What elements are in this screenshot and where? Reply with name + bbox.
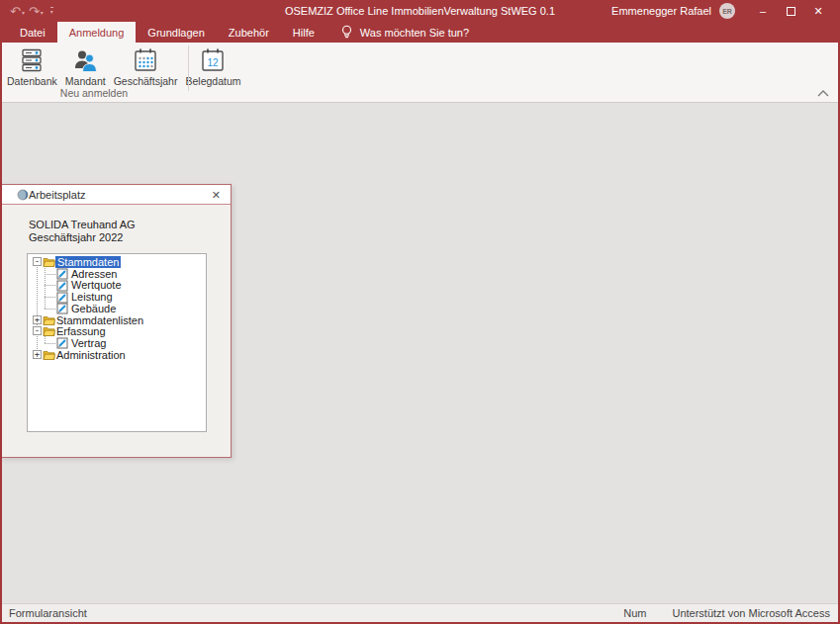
tree-item-label[interactable]: Erfassung xyxy=(56,325,106,337)
form-pencil-icon xyxy=(56,292,68,304)
user-name: Emmenegger Rafael xyxy=(611,5,711,17)
view-mode-label: Formularansicht xyxy=(9,604,87,622)
fiscal-year-label: Geschäftsjahr 2022 xyxy=(29,231,123,244)
folder-icon xyxy=(43,256,55,268)
collapse-toggle[interactable]: - xyxy=(33,326,42,335)
ribbon-tab-row: Datei Anmeldung Grundlagen Zubehör Hilfe… xyxy=(0,22,840,43)
app-window: ↶ ▾ ↷ ▾ ▾ OSEMZIZ Office Line Immobilien… xyxy=(0,0,840,624)
tell-me-box[interactable]: Was möchten Sie tun? xyxy=(330,22,479,43)
collapse-toggle[interactable]: - xyxy=(33,257,42,266)
maximize-button[interactable] xyxy=(777,0,804,22)
tree-item-label[interactable]: Stammdatenlisten xyxy=(56,314,143,326)
tree-item-stammdaten[interactable]: - Stammdaten xyxy=(28,256,206,268)
button-label: Geschäftsjahr xyxy=(114,75,178,87)
tree-item-adressen[interactable]: Adressen xyxy=(28,268,206,280)
people-icon xyxy=(72,47,98,73)
tree-item-label[interactable]: Adressen xyxy=(71,268,117,280)
ribbon-group-separator xyxy=(188,45,189,91)
maximize-icon xyxy=(787,7,795,16)
chevron-up-icon xyxy=(816,89,830,98)
tree-item-stammdatenlisten[interactable]: + Stammdatenlisten xyxy=(28,314,206,326)
datenbank-button[interactable]: Datenbank xyxy=(3,45,61,87)
button-label: Belegdatum xyxy=(185,75,240,87)
ribbon-group-label: Neu anmelden xyxy=(0,87,188,99)
dialog-close-button[interactable]: ✕ xyxy=(212,185,221,205)
status-bar: Formularansicht Num Unterstützt von Micr… xyxy=(2,603,838,622)
expand-toggle[interactable]: + xyxy=(33,350,42,359)
form-pencil-icon xyxy=(56,280,68,292)
dialog-title: Arbeitsplatz xyxy=(29,185,85,205)
lightbulb-icon xyxy=(340,25,353,40)
collapse-ribbon-button[interactable] xyxy=(814,87,832,99)
avatar[interactable]: ER xyxy=(719,3,735,19)
calendar-date-icon: 12 xyxy=(200,47,226,73)
tree-item-erfassung[interactable]: - Erfassung xyxy=(28,325,206,337)
tree-item-vertrag[interactable]: Vertrag xyxy=(28,337,206,349)
company-name: SOLIDA Treuhand AG xyxy=(29,219,136,231)
button-label: Mandant xyxy=(65,75,106,87)
close-button[interactable]: ✕ xyxy=(804,0,832,22)
close-icon: ✕ xyxy=(212,189,221,201)
titlebar: ↶ ▾ ↷ ▾ ▾ OSEMZIZ Office Line Immobilien… xyxy=(0,0,840,22)
form-window-icon xyxy=(17,189,29,201)
button-label: Datenbank xyxy=(7,75,57,87)
minimize-button[interactable]: – xyxy=(749,0,777,22)
ribbon-group-neu-anmelden: Datenbank Mandant xyxy=(3,45,245,87)
tree-item-gebaeude[interactable]: Gebäude xyxy=(28,303,206,314)
tell-me-label: Was möchten Sie tun? xyxy=(360,27,469,39)
powered-by-label: Unterstützt von Microsoft Access xyxy=(672,604,830,622)
tree-item-label[interactable]: Administration xyxy=(56,349,126,361)
window-border xyxy=(0,0,2,624)
database-server-icon xyxy=(19,47,45,73)
form-pencil-icon xyxy=(56,303,68,314)
num-lock-indicator: Num xyxy=(623,604,646,622)
calendar-grid-icon xyxy=(133,47,158,73)
svg-text:12: 12 xyxy=(208,57,220,68)
tab-grundlagen[interactable]: Grundlagen xyxy=(136,22,217,43)
tree-item-label[interactable]: Gebäude xyxy=(71,303,116,314)
tree-item-label[interactable]: Stammdaten xyxy=(55,256,121,268)
folder-icon xyxy=(43,349,55,361)
belegdatum-button[interactable]: 12 Belegdatum xyxy=(181,45,244,87)
tree-item-leistung[interactable]: Leistung xyxy=(28,291,206,303)
folder-icon xyxy=(43,314,55,326)
geschaeftsjahr-button[interactable]: Geschäftsjahr xyxy=(110,45,182,87)
navigation-tree: - Stammdaten Ad xyxy=(27,253,207,432)
folder-icon xyxy=(43,325,55,337)
minimize-icon: – xyxy=(760,5,766,17)
close-icon: ✕ xyxy=(813,5,822,18)
ribbon: Datenbank Mandant xyxy=(0,43,840,103)
mandant-button[interactable]: Mandant xyxy=(61,45,110,87)
tab-hilfe[interactable]: Hilfe xyxy=(281,22,327,43)
tab-anmeldung[interactable]: Anmeldung xyxy=(57,22,137,43)
tree-item-wertquote[interactable]: Wertquote xyxy=(28,279,206,291)
arbeitsplatz-dialog: Arbeitsplatz ✕ SOLIDA Treuhand AG Geschä… xyxy=(0,184,232,458)
main-canvas: Arbeitsplatz ✕ SOLIDA Treuhand AG Geschä… xyxy=(0,103,840,604)
form-pencil-icon xyxy=(56,337,68,349)
tree-item-label[interactable]: Vertrag xyxy=(71,337,106,349)
form-pencil-icon xyxy=(56,268,68,280)
tree-item-administration[interactable]: + Administration xyxy=(28,349,206,361)
tab-zubehoer[interactable]: Zubehör xyxy=(217,22,281,43)
tree-item-label[interactable]: Leistung xyxy=(71,291,113,303)
expand-toggle[interactable]: + xyxy=(33,315,42,324)
tree-item-label[interactable]: Wertquote xyxy=(71,279,122,291)
tab-datei[interactable]: Datei xyxy=(8,22,57,43)
dialog-titlebar[interactable]: Arbeitsplatz ✕ xyxy=(1,185,231,205)
